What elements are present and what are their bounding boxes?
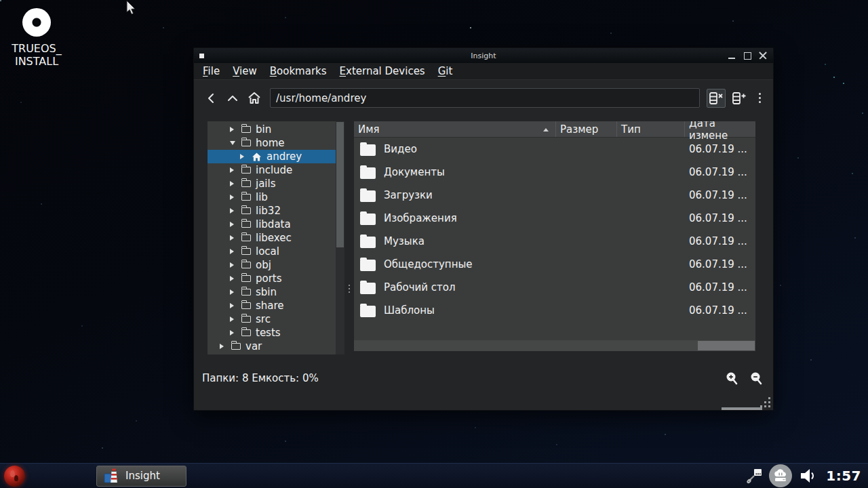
menu-external-devices[interactable]: External Devices bbox=[340, 65, 425, 77]
tree-item-bin[interactable]: bin bbox=[208, 123, 336, 136]
tree-item-label: share bbox=[256, 300, 284, 312]
tree-item-local[interactable]: local bbox=[208, 245, 336, 258]
file-row-templates[interactable]: Шаблоны 06.07.19 ... bbox=[354, 299, 755, 322]
expander-icon[interactable] bbox=[230, 289, 237, 295]
tree-item-libexec[interactable]: libexec bbox=[208, 231, 336, 245]
horizontal-scrollbar-handle[interactable] bbox=[698, 341, 755, 350]
column-header-date[interactable]: Дата измене bbox=[685, 121, 755, 137]
tree-item-obj[interactable]: obj bbox=[208, 258, 336, 272]
tree-item-label: obj bbox=[256, 259, 271, 271]
file-row-video[interactable]: Видео 06.07.19 ... bbox=[354, 138, 755, 161]
network-tray-icon[interactable] bbox=[747, 467, 763, 485]
file-row-documents[interactable]: Документы 06.07.19 ... bbox=[354, 161, 755, 184]
expander-icon[interactable] bbox=[230, 317, 237, 322]
menu-view[interactable]: View bbox=[233, 65, 257, 77]
expander-icon[interactable] bbox=[220, 344, 226, 349]
desktop-icon-trueos-install[interactable]: TRUEOS_ INSTALL bbox=[9, 5, 64, 68]
tree-item-jails[interactable]: jails bbox=[208, 177, 336, 190]
column-header-type[interactable]: Тип bbox=[617, 121, 685, 137]
taskbar-button-insight[interactable]: Insight bbox=[96, 466, 186, 487]
home-icon bbox=[252, 152, 262, 161]
folder-icon bbox=[360, 237, 376, 248]
menu-bookmarks[interactable]: Bookmarks bbox=[270, 65, 327, 77]
maximize-button[interactable] bbox=[743, 52, 752, 60]
tree-item-lib32[interactable]: lib32 bbox=[208, 204, 336, 218]
folder-icon bbox=[241, 126, 251, 133]
tree-item-label: local bbox=[256, 245, 279, 258]
file-date: 06.07.19 ... bbox=[689, 212, 747, 224]
expander-icon[interactable] bbox=[230, 181, 237, 186]
resize-grip[interactable] bbox=[760, 397, 770, 407]
expander-icon[interactable] bbox=[230, 167, 237, 173]
file-row-pictures[interactable]: Изображения 06.07.19 ... bbox=[354, 207, 755, 230]
tree-item-share[interactable]: share bbox=[208, 299, 336, 312]
back-button[interactable] bbox=[202, 89, 220, 107]
home-button[interactable] bbox=[245, 89, 263, 107]
expander-icon[interactable] bbox=[230, 222, 237, 227]
close-button[interactable] bbox=[759, 52, 768, 60]
tree-item-lib[interactable]: lib bbox=[208, 190, 336, 204]
menu-git[interactable]: Git bbox=[438, 65, 453, 77]
tree-item-label: include bbox=[256, 164, 292, 176]
tab-add-icon bbox=[732, 92, 747, 105]
up-button[interactable] bbox=[224, 89, 241, 107]
update-manager-tray-icon[interactable] bbox=[769, 464, 792, 487]
pane-splitter[interactable] bbox=[344, 121, 354, 354]
zoom-in-button[interactable] bbox=[724, 371, 739, 386]
expander-icon[interactable] bbox=[230, 262, 237, 268]
tree-item-home[interactable]: home bbox=[208, 136, 336, 150]
file-row-music[interactable]: Музыка 06.07.19 ... bbox=[354, 230, 755, 253]
expander-icon[interactable] bbox=[240, 154, 247, 159]
more-options-button[interactable] bbox=[753, 89, 766, 108]
tree-scrollbar-handle[interactable] bbox=[336, 122, 344, 247]
expander-icon[interactable] bbox=[230, 208, 237, 214]
path-input[interactable] bbox=[270, 88, 700, 108]
tree-item-include[interactable]: include bbox=[208, 163, 336, 177]
expander-icon[interactable] bbox=[230, 330, 237, 336]
disc-icon bbox=[22, 8, 51, 37]
tree-item-tests[interactable]: tests bbox=[208, 326, 336, 340]
tree-item-libdata[interactable]: libdata bbox=[208, 218, 336, 231]
expander-icon[interactable] bbox=[230, 141, 237, 145]
menu-file[interactable]: File bbox=[203, 65, 220, 77]
horizontal-scrollbar[interactable] bbox=[354, 340, 755, 351]
lighthouse-icon bbox=[103, 468, 119, 485]
expander-icon[interactable] bbox=[230, 195, 237, 200]
expander-icon[interactable] bbox=[230, 235, 237, 241]
expander-icon[interactable] bbox=[230, 276, 237, 281]
file-row-downloads[interactable]: Загрузки 06.07.19 ... bbox=[354, 184, 755, 207]
column-header-name[interactable]: Имя bbox=[354, 121, 556, 137]
status-text: Папки: 8 Емкость: 0% bbox=[202, 372, 319, 384]
new-tab-button[interactable] bbox=[730, 89, 749, 108]
tree-item-ports[interactable]: ports bbox=[208, 272, 336, 285]
desktop-icon-label-line1: TRUEOS_ bbox=[9, 42, 64, 55]
tree-item-src[interactable]: src bbox=[208, 312, 336, 326]
folder-icon bbox=[241, 235, 251, 241]
minimize-button[interactable] bbox=[728, 52, 736, 60]
titlebar[interactable]: Insight bbox=[194, 48, 773, 63]
folder-icon bbox=[231, 343, 241, 350]
folder-icon bbox=[360, 283, 376, 294]
taskbar-clock[interactable]: 1:57 bbox=[823, 468, 861, 484]
tree-item-sbin[interactable]: sbin bbox=[208, 285, 336, 299]
tree-scrollbar[interactable] bbox=[336, 121, 344, 354]
file-row-public[interactable]: Общедоступные 06.07.19 ... bbox=[354, 253, 755, 276]
expander-icon[interactable] bbox=[230, 249, 237, 254]
zoom-out-button[interactable] bbox=[749, 371, 764, 386]
file-row-desktop[interactable]: Рабочий стол 06.07.19 ... bbox=[354, 276, 755, 299]
expander-icon[interactable] bbox=[230, 303, 237, 308]
tree-item-label: var bbox=[245, 340, 262, 352]
tree-item-label: libdata bbox=[256, 218, 291, 230]
folder-icon bbox=[241, 180, 251, 187]
column-header-size[interactable]: Размер bbox=[556, 121, 617, 137]
tree-item-andrey[interactable]: andrey bbox=[208, 150, 336, 163]
folder-icon bbox=[241, 289, 251, 296]
expander-icon[interactable] bbox=[230, 127, 237, 132]
file-list: Имя Размер Тип Дата измене Видео 06.07.1… bbox=[354, 121, 755, 351]
kebab-icon bbox=[759, 93, 761, 95]
start-menu-button[interactable] bbox=[4, 466, 25, 487]
folder-icon bbox=[360, 167, 376, 179]
volume-tray-icon[interactable] bbox=[798, 467, 817, 485]
tree-item-var[interactable]: var bbox=[208, 340, 336, 353]
close-tab-button[interactable] bbox=[707, 89, 726, 108]
